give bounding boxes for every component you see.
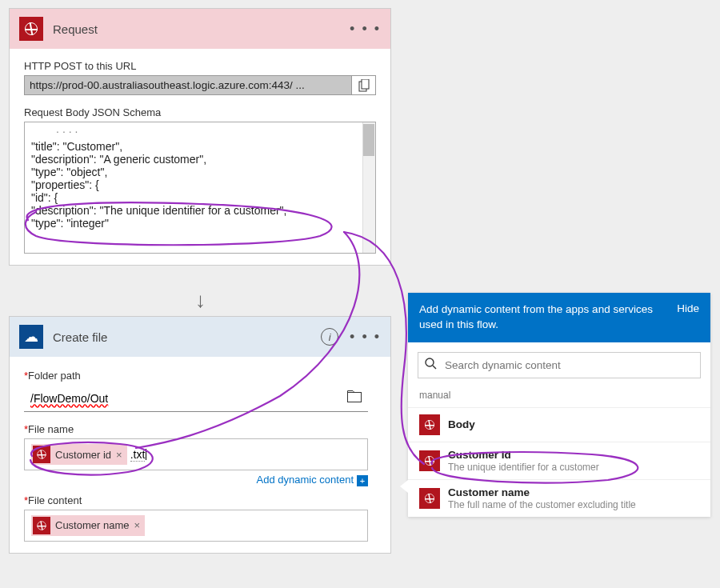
copy-url-button[interactable] — [352, 75, 376, 95]
request-card-header[interactable]: Request • • • — [10, 9, 390, 49]
create-file-menu-button[interactable]: • • • — [350, 329, 381, 346]
item-http-icon — [419, 488, 440, 509]
request-body: HTTP POST to this URL https://prod-00.au… — [10, 49, 390, 265]
token-http-icon-2 — [33, 517, 50, 534]
dynamic-item-customer-name[interactable]: Customer name The full name of the custo… — [408, 479, 710, 517]
file-name-token[interactable]: Customer id × — [31, 444, 127, 465]
svg-line-4 — [433, 366, 436, 369]
svg-point-3 — [426, 358, 434, 366]
schema-label: Request Body JSON Schema — [24, 106, 376, 118]
request-title: Request — [53, 22, 350, 36]
schema-scrollbar[interactable] — [362, 122, 375, 253]
remove-token-button[interactable]: × — [116, 449, 122, 461]
request-menu-button[interactable]: • • • — [350, 21, 381, 38]
file-content-input[interactable]: Customer name × — [24, 510, 368, 542]
search-input[interactable] — [418, 352, 701, 378]
url-input[interactable]: https://prod-00.australiasoutheast.logic… — [24, 75, 352, 95]
schema-textarea[interactable]: . . . . "title": "Customer", "descriptio… — [24, 122, 376, 254]
file-name-input[interactable]: Customer id × .txt — [24, 438, 368, 470]
url-label: HTTP POST to this URL — [24, 60, 376, 72]
folder-path-input[interactable]: /FlowDemo/Out — [24, 385, 368, 412]
svg-rect-2 — [348, 393, 362, 402]
request-card: Request • • • HTTP POST to this URL http… — [9, 8, 391, 266]
hide-link[interactable]: Hide — [677, 302, 699, 333]
item-http-icon — [419, 450, 440, 471]
info-icon[interactable]: i — [321, 328, 338, 346]
file-content-token[interactable]: Customer name × — [31, 515, 145, 536]
group-label: manual — [408, 382, 710, 407]
create-file-header[interactable]: ☁ Create file i • • • — [10, 317, 390, 357]
panel-header: Add dynamic content from the apps and se… — [408, 293, 710, 342]
item-http-icon — [419, 414, 440, 435]
dynamic-content-panel: Add dynamic content from the apps and se… — [408, 293, 710, 517]
dynamic-item-customer-id[interactable]: Customer Id The unique identifier for a … — [408, 442, 710, 479]
search-field[interactable] — [443, 358, 694, 372]
dynamic-item-body[interactable]: Body — [408, 407, 710, 442]
create-file-card: ☁ Create file i • • • *Folder path /Flow… — [9, 316, 391, 554]
onedrive-icon: ☁ — [19, 325, 43, 349]
add-dynamic-content-link[interactable]: Add dynamic content+ — [24, 474, 368, 486]
flow-arrow-icon: ↓ — [195, 288, 206, 313]
copy-icon — [358, 79, 370, 92]
search-icon — [425, 358, 437, 373]
http-icon — [19, 17, 43, 41]
remove-token-button-2[interactable]: × — [134, 519, 140, 531]
folder-picker-icon[interactable] — [347, 390, 362, 406]
file-name-label: File name — [28, 423, 74, 435]
svg-rect-1 — [362, 79, 369, 89]
folder-path-label: Folder path — [28, 370, 81, 382]
token-http-icon — [33, 446, 50, 463]
file-content-label: File content — [28, 494, 82, 506]
create-file-title: Create file — [53, 330, 321, 344]
panel-pointer — [400, 480, 408, 493]
text-caret — [146, 449, 146, 460]
